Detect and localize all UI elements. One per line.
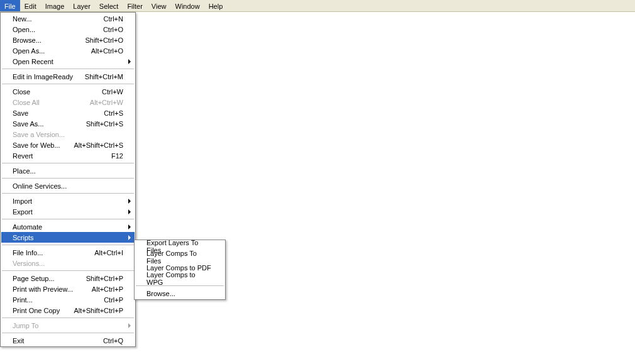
menu-item-label: Automate [13, 223, 123, 231]
menu-item-label: Print with Preview... [13, 285, 87, 293]
menubar: FileEditImageLayerSelectFilterViewWindow… [0, 0, 635, 12]
file-menu-item-jump-to: Jump To [1, 320, 135, 331]
menu-item-shortcut: Shift+Ctrl+P [86, 275, 123, 282]
menu-item-shortcut: Ctrl+Q [103, 337, 123, 345]
scripts-submenu-item-layer-comps-to-wpg[interactable]: Layer Comps to WPG [135, 273, 224, 284]
scripts-submenu: Export Layers To FilesLayer Comps To Fil… [134, 240, 226, 300]
menubar-item-help[interactable]: Help [204, 0, 228, 11]
menu-item-label: Open As... [13, 47, 86, 55]
menu-item-shortcut: Ctrl+N [104, 15, 123, 23]
menu-item-label: Edit in ImageReady [13, 73, 80, 80]
file-menu-separator [2, 178, 134, 179]
menu-item-shortcut: Alt+Shift+Ctrl+P [74, 307, 123, 314]
menu-item-shortcut: Shift+Ctrl+S [86, 120, 123, 128]
menu-item-shortcut: Shift+Ctrl+O [85, 36, 123, 44]
file-menu-item-save-as[interactable]: Save As...Shift+Ctrl+S [1, 118, 135, 129]
menubar-item-select[interactable]: Select [95, 0, 123, 11]
file-menu-separator [2, 333, 134, 333]
menu-item-label: Import [13, 197, 123, 205]
menu-item-label: Online Services... [13, 182, 123, 190]
file-menu-item-save-for-web[interactable]: Save for Web...Alt+Shift+Ctrl+S [1, 140, 135, 150]
menu-item-label: Page Setup... [13, 275, 81, 282]
file-menu-separator [2, 84, 134, 84]
file-menu-item-save[interactable]: SaveCtrl+S [1, 108, 135, 118]
file-menu-separator [2, 163, 134, 163]
file-menu-item-print-one-copy[interactable]: Print One CopyAlt+Shift+Ctrl+P [1, 305, 135, 316]
menu-item-label: Save for Web... [13, 141, 69, 149]
submenu-arrow-icon [128, 199, 131, 204]
file-menu-item-save-a-version: Save a Version... [1, 129, 135, 140]
file-menu-item-place[interactable]: Place... [1, 165, 135, 176]
menubar-item-layer[interactable]: Layer [69, 0, 95, 11]
file-menu-item-import[interactable]: Import [1, 196, 135, 206]
file-menu-item-scripts[interactable]: Scripts [1, 232, 135, 243]
menu-item-label: Browse... [13, 36, 80, 44]
menu-item-label: Close [13, 88, 97, 96]
menu-item-shortcut: Alt+Ctrl+P [92, 285, 123, 293]
menu-item-label: Versions... [13, 260, 123, 267]
submenu-arrow-icon [128, 59, 131, 64]
file-menu-separator [2, 317, 134, 318]
file-menu-item-exit[interactable]: ExitCtrl+Q [1, 335, 135, 346]
file-menu-separator [2, 219, 134, 219]
menu-item-label: Exit [13, 337, 98, 345]
menu-item-shortcut: Ctrl+S [104, 109, 123, 117]
menu-item-label: File Info... [13, 249, 89, 256]
menu-item-label: Save As... [13, 120, 81, 128]
file-menu-item-close[interactable]: CloseCtrl+W [1, 86, 135, 97]
file-menu-item-page-setup[interactable]: Page Setup...Shift+Ctrl+P [1, 273, 135, 284]
menu-item-label: Save [13, 109, 99, 117]
menubar-item-window[interactable]: Window [171, 0, 204, 11]
menu-item-label: Place... [13, 167, 123, 175]
file-menu-separator [2, 270, 134, 271]
file-menu-item-open-recent[interactable]: Open Recent [1, 56, 135, 67]
submenu-arrow-icon [128, 224, 131, 229]
file-menu-item-new[interactable]: New...Ctrl+N [1, 13, 135, 24]
submenu-arrow-icon [128, 209, 131, 214]
menu-item-label: Open Recent [13, 58, 123, 65]
menu-item-label: Print... [13, 296, 99, 304]
file-menu-item-revert[interactable]: RevertF12 [1, 150, 135, 161]
menubar-item-view[interactable]: View [147, 0, 171, 11]
file-menu-item-export[interactable]: Export [1, 206, 135, 217]
scripts-submenu-item-browse[interactable]: Browse... [135, 288, 224, 299]
file-menu-item-browse[interactable]: Browse...Shift+Ctrl+O [1, 35, 135, 45]
menu-item-label: Export [13, 208, 123, 216]
file-menu-item-open-as[interactable]: Open As...Alt+Ctrl+O [1, 45, 135, 56]
menu-item-shortcut: Alt+Ctrl+W [90, 99, 123, 106]
file-menu-item-print-with-preview[interactable]: Print with Preview...Alt+Ctrl+P [1, 284, 135, 294]
menu-item-label: New... [13, 15, 99, 23]
menubar-item-image[interactable]: Image [41, 0, 69, 11]
file-menu-item-online-services[interactable]: Online Services... [1, 180, 135, 191]
file-menu-item-automate[interactable]: Automate [1, 221, 135, 232]
submenu-arrow-icon [128, 323, 131, 328]
file-menu-dropdown: New...Ctrl+NOpen...Ctrl+OBrowse...Shift+… [0, 12, 136, 347]
menu-item-label: Save a Version... [13, 131, 123, 138]
menu-item-label: Jump To [13, 322, 123, 329]
menu-item-shortcut: Alt+Ctrl+I [94, 249, 123, 256]
file-menu-separator [2, 69, 134, 69]
menu-item-label: Revert [13, 152, 106, 160]
file-menu-item-close-all: Close AllAlt+Ctrl+W [1, 97, 135, 108]
menu-item-label: Scripts [13, 234, 123, 241]
menu-item-label: Layer Comps to WPG [146, 271, 213, 286]
file-menu-item-file-info[interactable]: File Info...Alt+Ctrl+I [1, 247, 135, 258]
menu-item-shortcut: Ctrl+P [104, 296, 123, 304]
menu-item-label: Open... [13, 26, 98, 33]
scripts-submenu-item-layer-comps-to-files[interactable]: Layer Comps To Files [135, 251, 224, 262]
menu-item-label: Browse... [146, 290, 213, 297]
file-menu-item-open[interactable]: Open...Ctrl+O [1, 24, 135, 35]
menu-item-shortcut: Alt+Ctrl+O [91, 47, 123, 55]
menu-item-label: Print One Copy [13, 307, 69, 314]
menubar-item-filter[interactable]: Filter [123, 0, 146, 11]
file-menu-separator [2, 245, 134, 245]
menubar-item-file[interactable]: File [0, 0, 20, 11]
menu-item-shortcut: F12 [111, 152, 123, 160]
menu-item-shortcut: Alt+Shift+Ctrl+S [74, 141, 123, 149]
file-menu-separator [2, 193, 134, 194]
file-menu-item-print[interactable]: Print...Ctrl+P [1, 294, 135, 305]
menu-item-shortcut: Ctrl+O [103, 26, 123, 33]
file-menu-item-edit-in-imageready[interactable]: Edit in ImageReadyShift+Ctrl+M [1, 71, 135, 82]
file-menu-item-versions: Versions... [1, 258, 135, 268]
menubar-item-edit[interactable]: Edit [20, 0, 41, 11]
